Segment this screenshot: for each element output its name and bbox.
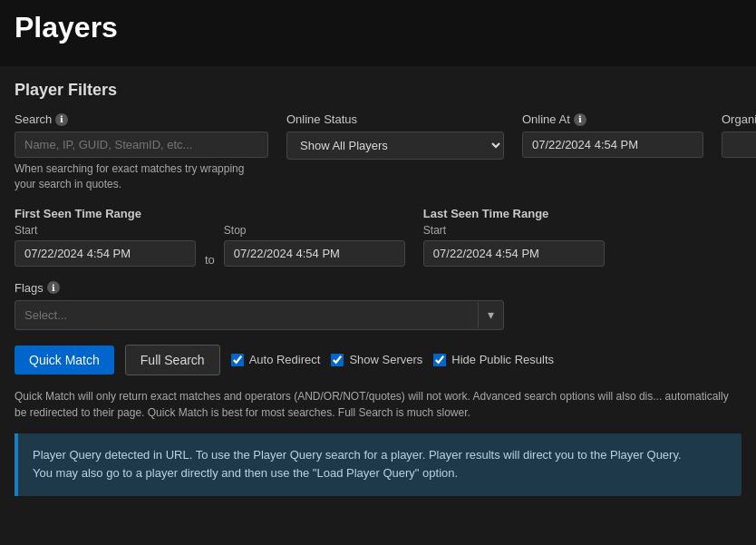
flags-label: Flags ℹ	[15, 281, 741, 295]
first-seen-inputs-row: Start to Stop	[15, 224, 405, 267]
page-title: Players	[15, 11, 741, 44]
online-at-input[interactable]	[522, 131, 703, 158]
auto-redirect-checkbox-group[interactable]: Auto Redirect	[231, 353, 321, 366]
show-servers-checkbox[interactable]	[331, 354, 344, 366]
hide-public-results-label: Hide Public Results	[451, 353, 554, 366]
first-seen-start-col: Start	[15, 224, 196, 267]
flags-label-text: Flags	[15, 281, 44, 295]
quick-match-button[interactable]: Quick Match	[15, 345, 114, 375]
first-seen-time-range: First Seen Time Range Start to Stop	[15, 207, 405, 267]
search-input[interactable]	[15, 131, 268, 158]
last-seen-start-col: Start	[423, 224, 605, 267]
search-label: Search ℹ	[15, 112, 268, 126]
hide-public-results-checkbox[interactable]	[433, 354, 446, 366]
info-banner-line2: You may also go to a player directly and…	[33, 464, 727, 483]
first-seen-start-label: Start	[15, 224, 196, 237]
last-seen-title: Last Seen Time Range	[423, 207, 605, 220]
hide-public-results-checkbox-group[interactable]: Hide Public Results	[433, 353, 554, 366]
section-title: Player Filters	[15, 81, 741, 100]
search-group: Search ℹ When searching for exact matche…	[15, 112, 268, 192]
actions-row: Quick Match Full Search Auto Redirect Sh…	[15, 345, 741, 375]
info-banner: Player Query detected in URL. To use the…	[15, 433, 741, 497]
info-banner-line1: Player Query detected in URL. To use the…	[33, 446, 727, 465]
show-servers-checkbox-group[interactable]: Show Servers	[331, 353, 422, 366]
full-search-button[interactable]: Full Search	[125, 345, 220, 375]
organization-input[interactable]	[722, 131, 756, 158]
auto-redirect-checkbox[interactable]	[231, 354, 244, 366]
flags-info-icon[interactable]: ℹ	[47, 281, 60, 294]
online-status-select[interactable]: Show All Players Online Only Offline Onl…	[286, 131, 504, 160]
search-label-text: Search	[15, 112, 52, 126]
first-seen-stop-input[interactable]	[224, 240, 405, 267]
last-seen-time-range: Last Seen Time Range Start	[423, 207, 605, 267]
description-text: Quick Match will only return exact match…	[0, 388, 756, 421]
organization-group: Organiz...	[722, 112, 756, 158]
first-seen-stop-label: Stop	[224, 224, 405, 237]
online-at-group: Online At ℹ	[522, 112, 703, 158]
organization-label: Organiz...	[722, 112, 756, 126]
flags-select-input[interactable]	[15, 301, 478, 329]
last-seen-start-label: Start	[423, 224, 605, 237]
show-servers-label: Show Servers	[349, 353, 422, 366]
search-info-icon[interactable]: ℹ	[55, 113, 68, 126]
online-at-label: Online At ℹ	[522, 112, 703, 126]
filters-section: Player Filters Search ℹ When searching f…	[0, 66, 756, 375]
header: Players	[0, 0, 756, 66]
filter-row-1: Search ℹ When searching for exact matche…	[15, 112, 741, 192]
online-at-info-icon[interactable]: ℹ	[574, 113, 586, 126]
flags-section: Flags ℹ ▾	[15, 281, 741, 330]
to-label: to	[205, 253, 215, 267]
auto-redirect-label: Auto Redirect	[249, 353, 321, 366]
first-seen-title: First Seen Time Range	[15, 207, 405, 220]
online-status-label: Online Status	[286, 112, 504, 126]
flags-chevron-icon[interactable]: ▾	[478, 302, 503, 327]
time-range-block: First Seen Time Range Start to Stop Last…	[15, 207, 741, 267]
flags-select-wrapper[interactable]: ▾	[15, 300, 504, 330]
last-seen-start-input[interactable]	[423, 240, 605, 267]
first-seen-stop-col: Stop	[224, 224, 405, 267]
search-hint: When searching for exact matches try wra…	[15, 161, 268, 192]
online-at-label-text: Online At	[522, 112, 570, 126]
first-seen-start-input[interactable]	[15, 240, 196, 267]
online-status-group: Online Status Show All Players Online On…	[286, 112, 504, 160]
